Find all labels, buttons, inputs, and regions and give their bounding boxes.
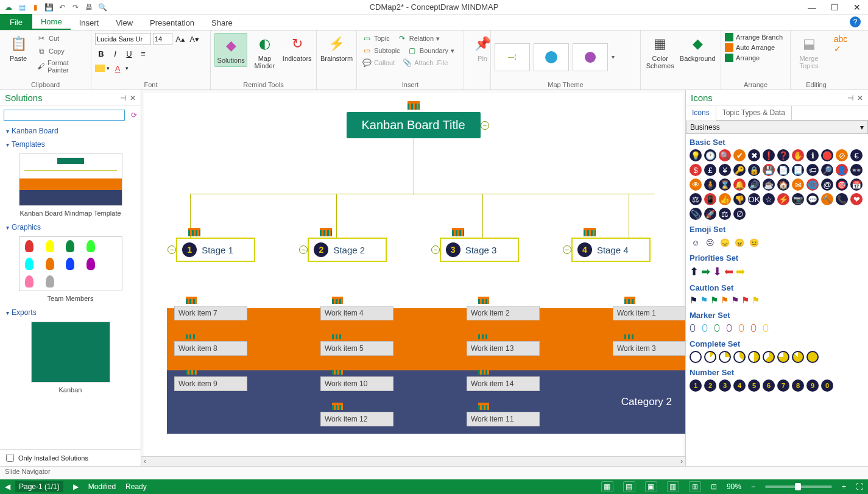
number-icon-8[interactable]: 8 <box>792 379 804 392</box>
emoji-smile-icon[interactable]: ☺ <box>690 236 702 249</box>
number-icon-5[interactable]: 5 <box>748 379 760 392</box>
work-item[interactable]: Work item 5 <box>320 341 393 356</box>
collapse-stage-icon[interactable]: − <box>563 245 571 254</box>
work-item[interactable]: Work item 4 <box>320 306 393 320</box>
basic-icon[interactable]: ⚡ <box>777 193 789 205</box>
flag-icon[interactable]: ⚑ <box>700 295 708 306</box>
copy-button[interactable]: ⧉Copy <box>35 46 87 57</box>
basic-icon[interactable]: 🏠 <box>777 178 789 191</box>
tab-insert[interactable]: Insert <box>71 16 108 30</box>
arrow-right-icon[interactable]: ➡ <box>701 265 710 278</box>
marker-icon[interactable]: ⬯ <box>714 322 724 334</box>
icon-category-select[interactable]: Business▾ <box>686 121 868 134</box>
arrow-down-icon[interactable]: ⬇ <box>713 265 722 278</box>
basic-icon[interactable]: 💾 <box>763 164 775 176</box>
collapse-root-icon[interactable]: − <box>481 121 489 130</box>
basic-icon[interactable]: ❤ <box>850 193 863 205</box>
basic-icon[interactable]: ❓ <box>777 149 789 161</box>
subtopic-button[interactable]: ▭Subtopic <box>361 45 401 56</box>
complete-icon[interactable] <box>690 351 702 363</box>
theme-more-icon[interactable]: ▾ <box>612 54 615 60</box>
solutions-search-input[interactable] <box>4 110 125 121</box>
basic-icon[interactable]: OK <box>748 193 760 205</box>
basic-icon[interactable]: £ <box>704 164 716 176</box>
number-icon-1[interactable]: 1 <box>690 379 702 392</box>
number-icon-6[interactable]: 6 <box>763 379 775 392</box>
basic-icon[interactable]: 📷 <box>792 193 804 205</box>
brainstorm-button[interactable]: ⚡ Brainstorm <box>320 33 353 63</box>
number-icon-9[interactable]: 9 <box>806 379 819 392</box>
basic-icon[interactable]: ⌛ <box>719 178 731 191</box>
basic-icon[interactable]: ✖ <box>748 149 760 161</box>
basic-icon[interactable]: ⚖ <box>719 208 731 220</box>
arrange-branch-button[interactable]: Arrange Branch <box>725 33 783 41</box>
complete-icon[interactable] <box>704 351 716 363</box>
basic-icon[interactable]: 🔨 <box>821 193 833 205</box>
font-size-select[interactable] <box>153 33 172 45</box>
basic-icon[interactable]: 👍 <box>719 193 731 205</box>
next-page-icon[interactable]: ▶ <box>73 482 79 491</box>
view-mode-5-icon[interactable]: ⊞ <box>689 481 701 492</box>
zoom-level[interactable]: 90% <box>727 482 741 491</box>
number-icon-3[interactable]: 3 <box>719 379 731 392</box>
tab-home[interactable]: Home <box>32 15 71 30</box>
marker-icon[interactable]: ⬯ <box>726 322 736 334</box>
format-painter-button[interactable]: 🖌Format Painter <box>35 58 87 74</box>
work-item[interactable]: Work item 14 <box>467 376 540 391</box>
refresh-icon[interactable]: ⟳ <box>131 111 137 119</box>
template-thumbnail[interactable] <box>19 153 122 206</box>
font-color-button[interactable]: A <box>111 62 124 74</box>
emoji-neutral-icon[interactable]: 😐 <box>748 236 760 249</box>
relation-button[interactable]: ↷Relation ▾ <box>396 33 441 44</box>
close-panel-icon[interactable]: ✕ <box>130 94 136 102</box>
basic-icon[interactable]: ✋ <box>792 149 804 161</box>
basic-icon[interactable]: € <box>850 149 863 161</box>
work-item[interactable]: Work item 8 <box>174 341 247 356</box>
marker-icon[interactable]: ⬯ <box>690 322 699 334</box>
only-installed-checkbox[interactable]: Only Installed Solutions <box>0 449 141 466</box>
fullscreen-icon[interactable]: ⛶ <box>856 482 863 491</box>
work-item[interactable]: Work item 3 <box>613 341 685 356</box>
stage-topic[interactable]: −3Stage 3 <box>440 238 519 262</box>
map-minder-button[interactable]: ◐ Map Minder <box>250 33 279 71</box>
flag-icon[interactable]: ⚑ <box>752 295 760 306</box>
cut-button[interactable]: ✂Cut <box>35 33 87 44</box>
work-item[interactable]: Work item 10 <box>320 376 393 391</box>
auto-arrange-button[interactable]: Auto Arrange <box>725 43 775 52</box>
work-item[interactable]: Work item 7 <box>174 306 247 320</box>
complete-icon[interactable] <box>748 351 760 363</box>
decrease-font-icon[interactable]: A▾ <box>188 33 200 45</box>
basic-icon[interactable]: ∅ <box>733 208 746 220</box>
qat-cloud-icon[interactable]: ☁ <box>4 2 13 12</box>
paste-button[interactable]: 📋 Paste <box>4 33 33 63</box>
basic-icon[interactable]: 🔎 <box>821 164 833 176</box>
flag-icon[interactable]: ⚑ <box>741 295 749 306</box>
flag-icon[interactable]: ⚑ <box>731 295 739 306</box>
basic-icon[interactable]: ¥ <box>719 164 731 176</box>
underline-button[interactable]: U <box>123 48 135 60</box>
basic-icon[interactable]: 💡 <box>690 149 702 161</box>
emoji-sad-icon[interactable]: ☹ <box>704 236 716 249</box>
theme-thumb-1[interactable]: —⟨ <box>495 43 530 71</box>
basic-icon[interactable]: 🔒 <box>748 164 760 176</box>
attach-file-button[interactable]: 📎Attach .File <box>401 57 449 68</box>
marker-icon[interactable]: ⬯ <box>763 322 772 334</box>
zoom-fit-icon[interactable]: ⊡ <box>711 482 717 491</box>
arrow-up-icon[interactable]: ⬆ <box>690 265 699 278</box>
arrange-button[interactable]: Arrange <box>725 54 760 62</box>
marker-icon[interactable]: ⬯ <box>750 322 760 334</box>
basic-icon[interactable]: $ <box>690 164 702 176</box>
basic-icon[interactable]: ℹ <box>806 149 819 161</box>
qat-print-icon[interactable]: 🖶 <box>84 2 94 12</box>
section-graphics[interactable]: Graphics <box>0 221 141 234</box>
basic-icon[interactable]: 📅 <box>850 178 863 191</box>
basic-icon[interactable]: @ <box>821 178 833 191</box>
stage-topic[interactable]: −4Stage 4 <box>571 238 651 262</box>
help-icon[interactable]: ? <box>850 16 861 27</box>
basic-icon[interactable]: ⊘ <box>836 149 848 161</box>
work-item[interactable]: Work item 13 <box>467 341 540 356</box>
basic-icon[interactable]: 🏷 <box>806 164 819 176</box>
color-schemes-button[interactable]: ▦Color Schemes <box>644 33 676 71</box>
section-kanban-board[interactable]: Kanban Board <box>0 124 141 138</box>
number-icon-7[interactable]: 7 <box>777 379 789 392</box>
